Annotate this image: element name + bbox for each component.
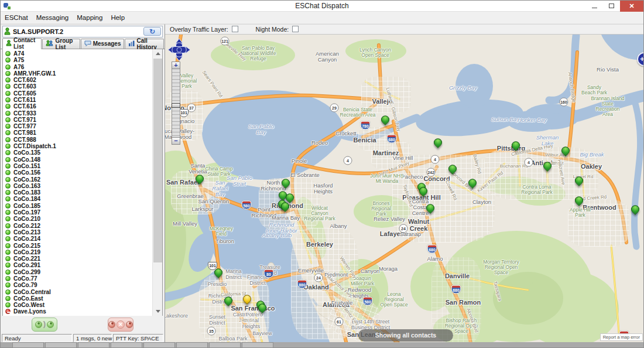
contact-name: CCT.611 [13, 97, 36, 103]
report-map-error-link[interactable]: Report a map error [600, 333, 643, 341]
status-online-icon [5, 77, 11, 83]
contact-row[interactable]: CoCo.135 [3, 149, 152, 156]
contact-row[interactable]: CoCo.185 [3, 203, 152, 209]
start-call-button[interactable]: ) [32, 318, 57, 332]
traffic-layer-checkbox[interactable] [232, 26, 238, 32]
scroll-down-button[interactable] [153, 307, 163, 316]
contact-name: CCT.971 [13, 117, 36, 123]
contact-row[interactable]: CoCo.221 [3, 255, 152, 262]
status-online-icon [5, 276, 11, 281]
pan-arrows-icon [167, 38, 191, 62]
contact-row[interactable]: CoCo.212 [3, 222, 152, 228]
status-online-icon [5, 117, 11, 122]
night-mode-checkbox[interactable] [292, 26, 299, 32]
menu-messaging[interactable]: Messaging [36, 13, 74, 22]
contact-name: CoCo.148 [13, 156, 40, 163]
menu-help[interactable]: Help [111, 13, 129, 22]
zoom-out-button[interactable]: − [172, 137, 180, 145]
contact-name: CoCo.Central [13, 289, 51, 295]
arrow-up-icon [156, 52, 160, 55]
contact-row[interactable]: CoCo.197 [3, 209, 152, 216]
contact-row[interactable]: CoCo.148 [3, 156, 152, 163]
refresh-button[interactable]: ↻ [143, 27, 161, 36]
contact-row[interactable]: CoCo.151 [3, 163, 152, 169]
zoom-slider-handle[interactable] [172, 103, 180, 108]
contact-row[interactable]: CCT.Dispatch.1 [3, 143, 152, 149]
contact-row[interactable]: CoCo.215 [3, 242, 152, 248]
menu-bar: ESChatMessagingMappingHelp [1, 12, 643, 24]
contact-row[interactable]: CCT.981 [3, 129, 152, 136]
map-canvas[interactable]: VallejoBeniciaMartinezConcordPleasant Hi… [165, 35, 644, 343]
contact-row[interactable]: CoCo.213 [3, 229, 152, 236]
contact-row[interactable]: CoCo.291 [3, 262, 152, 268]
contact-row[interactable]: A76 [3, 63, 152, 70]
contact-row[interactable] [3, 315, 152, 316]
tab-messages[interactable]: Messages [81, 39, 125, 49]
contact-row[interactable]: CCT.603 [3, 83, 152, 90]
menu-eschat[interactable]: ESChat [5, 13, 33, 22]
status-online-icon [5, 111, 11, 116]
contact-row[interactable]: CoCo.Central [3, 288, 152, 295]
scrollbar-thumb[interactable] [153, 59, 162, 262]
contact-row[interactable]: CoCo.East [3, 295, 152, 302]
contact-row[interactable]: CCT.933 [3, 110, 152, 116]
user-icon [4, 28, 11, 35]
scroll-up-button[interactable] [153, 49, 163, 58]
callee-icon [126, 321, 133, 328]
contact-row[interactable]: CoCo.299 [3, 269, 152, 275]
status-online-icon [5, 262, 11, 268]
contact-row[interactable]: CCT.602 [3, 77, 152, 83]
map-pan-control[interactable] [167, 38, 191, 64]
status-messages: 1 msgs, 0 new [73, 334, 112, 342]
contact-row[interactable]: A75 [3, 57, 152, 63]
contact-row[interactable]: CoCo.184 [3, 196, 152, 202]
contact-name: CoCo.West [13, 302, 44, 308]
contact-row[interactable]: CoCo.77 [3, 275, 152, 282]
contact-list-scrollbar[interactable] [152, 49, 162, 316]
contact-name: CCT.933 [13, 110, 36, 117]
call-button-row: ) ✕ [1, 316, 165, 334]
tab-group-list[interactable]: Group List [42, 39, 80, 49]
status-online-icon [5, 302, 11, 308]
menu-mapping[interactable]: Mapping [77, 13, 107, 22]
contact-name: A74 [13, 50, 24, 57]
contact-row[interactable]: CoCo.214 [3, 236, 152, 242]
contact-row[interactable]: CoCo.79 [3, 282, 152, 288]
contact-row[interactable]: CoCo.219 [3, 249, 152, 255]
contact-row[interactable]: CCT.977 [3, 123, 152, 129]
tab-contact-list[interactable]: Contact List [2, 38, 42, 49]
tab-call-history[interactable]: Call History [125, 39, 164, 49]
contact-row[interactable]: CCT.611 [3, 97, 152, 103]
contact-row[interactable]: CCT.988 [3, 137, 152, 143]
contact-row[interactable]: CoCo.156 [3, 169, 152, 176]
status-online-icon [5, 196, 11, 202]
contact-row[interactable]: CCT.605 [3, 90, 152, 97]
contact-row[interactable]: A74 [3, 50, 152, 57]
zoom-slider-track[interactable] [172, 69, 180, 137]
contact-row[interactable]: AMR.VHF.GW.1 [3, 70, 152, 77]
contact-row[interactable]: CCT.616 [3, 103, 152, 110]
group-icon [46, 40, 53, 47]
contact-row[interactable]: CoCo.163 [3, 183, 152, 189]
contact-row[interactable]: Dave.Lyons [3, 308, 152, 315]
contact-row[interactable]: CoCo.183 [3, 189, 152, 196]
end-call-button[interactable]: ✕ [108, 318, 133, 332]
status-online-icon [5, 144, 11, 149]
eschat-dispatch-window: ESChat Dispatch ✕ ESChatMessagingMapping… [0, 0, 644, 348]
end-call-x-icon: ✕ [117, 320, 125, 329]
call-history-icon [128, 40, 135, 47]
status-online-icon [5, 124, 11, 129]
toast-showing-contacts: Showing all contacts [358, 329, 453, 342]
contact-list[interactable]: A74A75A76AMR.VHF.GW.1CCT.602CCT.603CCT.6… [2, 49, 163, 316]
contact-name: CCT.Dispatch.1 [13, 143, 56, 149]
status-online-icon [5, 64, 11, 70]
zoom-in-button[interactable]: + [172, 62, 180, 69]
contact-name: CCT.605 [13, 90, 36, 97]
status-online-icon [5, 150, 11, 155]
contact-name: CoCo.221 [13, 255, 40, 262]
contact-row[interactable]: CoCo.West [3, 302, 152, 308]
contact-row[interactable]: CCT.971 [3, 117, 152, 123]
contact-row[interactable]: CoCo.210 [3, 216, 152, 222]
contact-name: CoCo.210 [13, 216, 40, 222]
contact-row[interactable]: CoCo.162 [3, 176, 152, 182]
